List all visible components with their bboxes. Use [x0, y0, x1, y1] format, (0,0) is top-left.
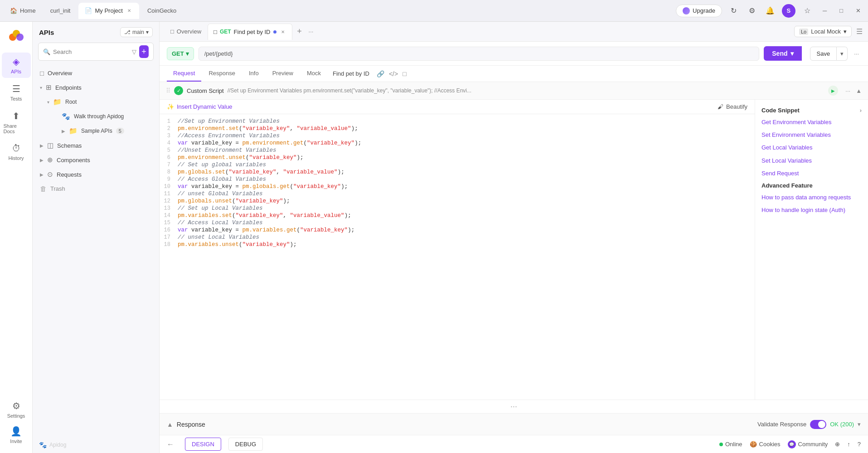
minimize-button[interactable]: ─	[819, 5, 830, 16]
link-set-env-vars[interactable]: Set Environment Variables	[761, 131, 862, 139]
nav-label-root: Root	[65, 99, 77, 105]
nav-item-endpoints[interactable]: ▾ ⊞ Endpoints	[36, 80, 155, 95]
code-snippet-arrow[interactable]: ›	[860, 107, 862, 114]
close-content-tab-button[interactable]: ✕	[279, 28, 286, 35]
nav-endpoints-children: ▾ 📁 Root 🐾 Walk through Apidog ▶ 📁 Sampl…	[36, 95, 155, 138]
history-icon: ⏱	[12, 143, 21, 154]
response-label: Response	[177, 421, 205, 428]
req-tab-info[interactable]: Info	[242, 66, 265, 82]
link-pass-data[interactable]: How to pass data among requests	[761, 193, 862, 202]
nav-item-walk-through[interactable]: 🐾 Walk through Apidog	[51, 109, 155, 124]
share-link[interactable]: ↑	[847, 441, 850, 448]
search-input[interactable]	[53, 48, 129, 55]
method-selector[interactable]: GET ▾	[167, 47, 194, 60]
online-label: Online	[725, 441, 742, 448]
tab-home[interactable]: 🏠 Home	[4, 3, 42, 19]
sample-apis-nav-icon: 📁	[69, 127, 78, 135]
save-dropdown-button[interactable]: ▾	[837, 47, 848, 61]
refresh-button[interactable]: ↻	[727, 5, 740, 17]
sidebar-item-settings[interactable]: ⚙ Settings	[2, 397, 31, 422]
drag-handle[interactable]: ⠿	[166, 87, 170, 94]
tab-more-button[interactable]: ···	[309, 28, 314, 35]
bottom-bar: ← DESIGN DEBUG Online 🍪 Cookies 💬 Commun…	[160, 435, 868, 453]
nav-item-requests[interactable]: ▶ ⊙ Requests	[36, 167, 155, 182]
help-link[interactable]: ?	[858, 441, 861, 448]
req-tab-preview[interactable]: Preview	[266, 66, 300, 82]
script-action-btn[interactable]: ▶	[828, 86, 838, 96]
settings-icon[interactable]: ⚙	[746, 5, 758, 17]
sidebar-item-tests[interactable]: ☰ Tests	[2, 80, 31, 105]
req-tab-response[interactable]: Response	[202, 66, 242, 82]
validate-toggle[interactable]	[810, 420, 826, 429]
req-tab-request[interactable]: Request	[167, 66, 201, 82]
bookmark-icon[interactable]: ☆	[801, 5, 814, 17]
code-icon[interactable]: </>	[387, 68, 400, 79]
sidebar-item-share-docs[interactable]: ⬆ Share Docs	[2, 107, 31, 138]
env-selector[interactable]: Lo Local Mock ▾	[794, 26, 852, 37]
debug-tab[interactable]: DEBUG	[228, 438, 263, 451]
link-get-env-vars[interactable]: Get Environment Variables	[761, 118, 862, 126]
upgrade-icon	[683, 7, 690, 14]
ok-badge[interactable]: OK (200)	[830, 421, 854, 428]
apis-icon: ◈	[13, 56, 19, 67]
bell-icon[interactable]: 🔔	[764, 5, 776, 17]
code-area[interactable]: 1//Set up Environment Variables2pm.envir…	[160, 114, 755, 400]
req-tab-mock[interactable]: Mock	[301, 66, 327, 82]
link-icon[interactable]: 🔗	[375, 68, 386, 79]
code-line: 2pm.environment.set("variable_key", "var…	[160, 125, 755, 132]
nav-item-components[interactable]: ▶ ⊕ Components	[36, 153, 155, 167]
branch-selector[interactable]: ⎇ main ▾	[120, 27, 153, 37]
beautify-button[interactable]: 🖌 Beautify	[718, 103, 747, 110]
filter-icon[interactable]: ▽	[132, 48, 136, 55]
url-input[interactable]	[199, 47, 760, 61]
upgrade-button[interactable]: Upgrade	[676, 5, 722, 17]
layout-icon[interactable]: ☰	[856, 27, 863, 36]
overview-nav-icon: □	[40, 69, 44, 77]
sidebar-item-history[interactable]: ⏱ History	[2, 140, 31, 164]
response-toggle[interactable]: ▲ Response	[167, 421, 205, 428]
nav-item-sample-apis[interactable]: ▶ 📁 Sample APIs 5	[51, 124, 155, 138]
link-set-local-vars[interactable]: Set Local Variables	[761, 157, 862, 165]
app-logo[interactable]	[6, 27, 26, 47]
design-tab[interactable]: DESIGN	[185, 438, 221, 451]
env-local-icon: Lo	[799, 29, 808, 35]
tab-coingecko[interactable]: CoinGecko	[141, 3, 183, 19]
endpoint-breadcrumb: Find pet by ID	[328, 68, 374, 79]
close-window-button[interactable]: ✕	[852, 5, 864, 16]
three-dots-icon[interactable]: ···	[845, 87, 850, 94]
nav-item-root[interactable]: ▾ 📁 Root	[44, 95, 155, 109]
user-avatar[interactable]: S	[782, 4, 795, 18]
add-tab-button[interactable]: +	[293, 25, 306, 38]
more-options-button[interactable]: ···	[852, 48, 861, 59]
send-button[interactable]: Send ▾	[764, 46, 801, 61]
nav-item-overview[interactable]: □ Overview	[36, 66, 155, 80]
online-status[interactable]: Online	[719, 441, 742, 448]
collapse-icon[interactable]: ▲	[856, 87, 862, 94]
copy-icon[interactable]: □	[401, 68, 408, 79]
tab-my-project[interactable]: 📄 My Project ✕	[78, 3, 139, 19]
tab-curl-init[interactable]: curl_init	[44, 3, 77, 19]
nav-item-schemas[interactable]: ▶ ◫ Schemas	[36, 138, 155, 153]
cookies-icon: 🍪	[750, 441, 757, 448]
back-nav-arrow[interactable]: ←	[167, 440, 174, 448]
cookies-link[interactable]: 🍪 Cookies	[750, 441, 781, 448]
link-send-request[interactable]: Send Request	[761, 169, 862, 178]
nav-item-trash[interactable]: 🗑 Trash	[36, 182, 155, 196]
content-tab-overview[interactable]: □ Overview	[165, 24, 207, 40]
link-get-local-vars[interactable]: Get Local Variables	[761, 144, 862, 152]
link-login-state[interactable]: How to handle login state (Auth)	[761, 206, 862, 214]
sidebar-item-invite[interactable]: 👤 Invite	[2, 422, 31, 448]
ok-chevron-icon[interactable]: ▾	[858, 421, 861, 428]
community-link[interactable]: 💬 Community	[788, 440, 828, 448]
send-chevron-icon: ▾	[790, 50, 794, 57]
unsaved-dot	[273, 30, 276, 34]
insert-dynamic-button[interactable]: ✨ Insert Dynamic Value	[167, 103, 233, 110]
search-bar: 🔍 ▽ +	[38, 43, 154, 61]
maximize-button[interactable]: □	[836, 5, 847, 16]
content-tab-find-pet[interactable]: □ GET Find pet by ID ✕	[208, 24, 292, 40]
sidebar-item-apis[interactable]: ◈ APIs	[2, 53, 31, 78]
save-button[interactable]: Save	[810, 47, 837, 61]
close-tab-button[interactable]: ✕	[126, 7, 133, 14]
add-endpoint-button[interactable]: +	[139, 45, 149, 58]
add-link[interactable]: ⊕	[835, 441, 840, 448]
